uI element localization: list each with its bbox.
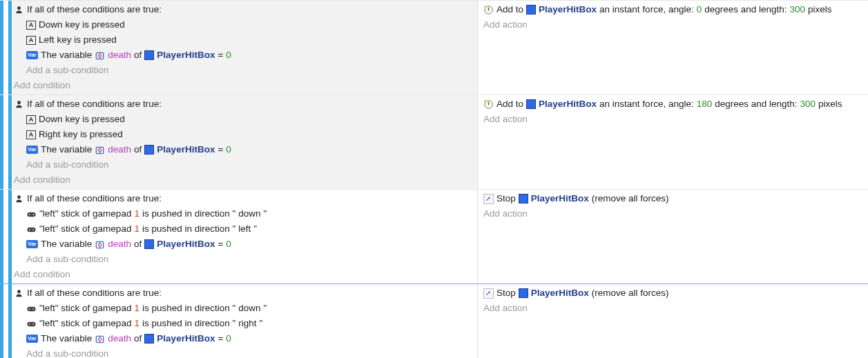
add-action-link[interactable]: Add action (483, 301, 862, 316)
condition-gamepad-dir[interactable]: "left" stick of gamepad 1 is pushed in d… (12, 316, 474, 331)
condition-key-pressed[interactable]: ADown key is pressed (12, 17, 474, 32)
condition-object-variable[interactable]: VarThe variable death of PlayerHitBox = … (12, 48, 474, 63)
actions-column: Stop PlayerHitBox (remove all forces)Add… (478, 284, 868, 358)
condition-and-header[interactable]: If all of these conditions are true: (12, 97, 474, 112)
event-row[interactable]: If all of these conditions are true:ADow… (0, 0, 868, 95)
object-name: PlayerHitBox (157, 143, 215, 156)
event-row[interactable]: If all of these conditions are true:ADow… (0, 95, 868, 189)
object-icon (144, 239, 154, 249)
condition-object-variable[interactable]: VarThe variable death of PlayerHitBox = … (12, 237, 474, 252)
key-icon: A (26, 21, 36, 30)
action-stop-object[interactable]: Stop PlayerHitBox (remove all forces) (483, 286, 862, 301)
condition-and-header[interactable]: If all of these conditions are true: (12, 286, 474, 301)
condition-gamepad-dir[interactable]: "left" stick of gamepad 1 is pushed in d… (12, 301, 474, 316)
object-icon (526, 99, 536, 109)
gamepad-index: 1 (134, 223, 139, 235)
add-condition-link[interactable]: Add condition (12, 172, 474, 188)
force-angle: 180 (697, 98, 713, 110)
nesting-marker (4, 190, 8, 284)
conditions-column: If all of these conditions are true:"lef… (12, 284, 478, 358)
svg-point-13 (29, 229, 30, 230)
variable-value: 0 (226, 49, 231, 61)
add-sub-condition-link[interactable]: Add a sub-condition (12, 252, 474, 267)
condition-key-pressed[interactable]: ADown key is pressed (12, 112, 474, 127)
add-sub-condition-link[interactable]: Add a sub-condition (12, 157, 474, 172)
and-icon (14, 194, 24, 204)
object-variable-icon (95, 334, 105, 344)
key-suffix: key is pressed (64, 128, 123, 141)
nesting-markers (0, 1, 12, 95)
object-name: PlayerHitBox (531, 287, 589, 299)
add-sub-condition-link[interactable]: Add a sub-condition (12, 63, 474, 78)
force-length: 300 (790, 3, 806, 16)
nesting-marker (0, 95, 3, 189)
conditions-column: If all of these conditions are true:ADow… (12, 1, 478, 95)
condition-key-pressed[interactable]: ALeft key is pressed (12, 32, 474, 48)
svg-point-11 (32, 214, 34, 215)
svg-rect-9 (27, 212, 35, 217)
object-chip: PlayerHitBox (144, 238, 215, 250)
key-suffix: key is pressed (66, 19, 125, 31)
force-angle: 0 (697, 3, 702, 16)
add-sub-condition-link[interactable]: Add a sub-condition (12, 346, 474, 358)
conditions-column: If all of these conditions are true:"lef… (12, 190, 478, 284)
svg-point-4 (17, 101, 21, 104)
conditions-column: If all of these conditions are true:ADow… (12, 95, 478, 189)
action-add-force[interactable]: Add to PlayerHitBox an instant force, an… (483, 2, 862, 17)
svg-point-16 (17, 290, 21, 293)
object-icon (519, 288, 528, 298)
svg-rect-17 (27, 306, 35, 311)
variable-badge-icon: Var (26, 240, 38, 248)
object-name: PlayerHitBox (539, 98, 597, 110)
svg-point-18 (29, 308, 30, 310)
condition-key-pressed[interactable]: ARight key is pressed (12, 127, 474, 142)
gamepad-index: 1 (134, 302, 139, 315)
object-name: PlayerHitBox (531, 192, 589, 205)
condition-object-variable[interactable]: VarThe variable death of PlayerHitBox = … (12, 142, 474, 157)
svg-point-21 (29, 324, 30, 325)
object-chip: PlayerHitBox (526, 3, 597, 16)
condition-and-header[interactable]: If all of these conditions are true: (12, 191, 474, 206)
object-chip: PlayerHitBox (144, 143, 215, 156)
object-chip: PlayerHitBox (519, 192, 589, 205)
variable-badge-icon: Var (26, 335, 38, 343)
key-icon: A (26, 36, 36, 45)
gamepad-index: 1 (134, 317, 139, 330)
condition-gamepad-dir[interactable]: "left" stick of gamepad 1 is pushed in d… (12, 206, 474, 221)
svg-rect-20 (27, 321, 35, 326)
and-icon (14, 99, 24, 110)
key-name: Right (39, 128, 61, 141)
object-variable-icon (95, 239, 105, 250)
add-condition-link[interactable]: Add condition (12, 78, 474, 93)
nesting-marker (8, 190, 12, 284)
event-row[interactable]: If all of these conditions are true:"lef… (0, 189, 868, 284)
key-name: Down (39, 113, 63, 126)
and-icon (14, 5, 24, 15)
force-icon (483, 5, 494, 15)
condition-object-variable[interactable]: VarThe variable death of PlayerHitBox = … (12, 331, 474, 346)
condition-gamepad-dir[interactable]: "left" stick of gamepad 1 is pushed in d… (12, 221, 474, 237)
key-icon: A (26, 130, 36, 139)
gamepad-icon (26, 209, 37, 219)
key-suffix: key is pressed (66, 113, 125, 126)
nesting-marker (0, 190, 3, 284)
add-action-link[interactable]: Add action (483, 112, 862, 127)
condition-and-header[interactable]: If all of these conditions are true: (12, 2, 474, 17)
add-action-link[interactable]: Add action (483, 206, 862, 221)
gamepad-direction: right (238, 317, 256, 330)
action-add-force[interactable]: Add to PlayerHitBox an instant force, an… (483, 97, 862, 112)
nesting-marker (4, 284, 8, 358)
gamepad-index: 1 (134, 208, 139, 220)
object-icon (144, 145, 154, 155)
variable-badge-icon: Var (26, 146, 38, 154)
add-condition-link[interactable]: Add condition (12, 267, 474, 282)
action-stop-object[interactable]: Stop PlayerHitBox (remove all forces) (483, 191, 862, 206)
nesting-marker (0, 1, 3, 95)
nesting-marker (8, 95, 12, 189)
svg-point-7 (484, 99, 487, 102)
variable-name: death (108, 238, 131, 250)
add-action-link[interactable]: Add action (483, 17, 862, 32)
event-row[interactable]: If all of these conditions are true:"lef… (0, 284, 868, 358)
variable-name: death (108, 49, 131, 61)
object-chip: PlayerHitBox (144, 49, 215, 61)
